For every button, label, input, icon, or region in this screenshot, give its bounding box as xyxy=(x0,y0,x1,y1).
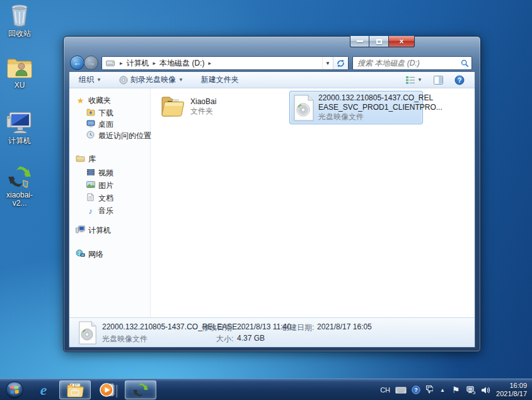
chevron-down-icon: ▼ xyxy=(417,77,422,83)
change-view-button[interactable]: ▼ xyxy=(403,74,425,86)
desktop-small-icon xyxy=(86,120,95,129)
navigation-bar: ← → ▸ 计算机 ▸ 本地磁盘 (D:) ▸ ▼ xyxy=(64,54,480,71)
internet-explorer-icon: e xyxy=(40,382,47,399)
computer-icon xyxy=(0,110,39,135)
folder-icon xyxy=(160,93,187,120)
sidebar-item-documents[interactable]: 文档 xyxy=(86,192,113,204)
sidebar-label: 计算机 xyxy=(88,225,111,236)
new-folder-button[interactable]: 新建文件夹 xyxy=(197,73,243,87)
file-name-line1: 22000.132.210805-1437.CO_REL xyxy=(318,93,442,103)
minimize-button[interactable] xyxy=(350,36,369,47)
created-date-value: 2021/8/17 16:05 xyxy=(317,322,372,331)
sidebar-label: 收藏夹 xyxy=(88,95,111,106)
search-icon xyxy=(461,59,469,68)
documents-icon xyxy=(86,193,95,203)
network-icon xyxy=(76,249,85,259)
language-bar-options-icon[interactable]: ▼ xyxy=(425,385,434,394)
volume-icon[interactable] xyxy=(480,386,490,394)
taskbar-explorer-button[interactable] xyxy=(59,380,91,399)
address-dropdown-button[interactable]: ▼ xyxy=(322,57,333,69)
sidebar-label: 库 xyxy=(88,154,96,165)
details-file-icon xyxy=(78,321,97,346)
windows-explorer-icon xyxy=(66,382,84,397)
sidebar-item-desktop[interactable]: 桌面 xyxy=(86,119,113,130)
explorer-body: ★ 收藏夹 下载 桌面 xyxy=(69,88,475,317)
computer-small-icon xyxy=(76,225,85,235)
desktop-icon-xiaobai[interactable]: xiaobai-v2... xyxy=(0,164,39,208)
taskbar-xiaobai-button[interactable] xyxy=(125,380,156,399)
system-tray: CH ? ▼ ▲ ⚑ 16:09 2021/8/17 xyxy=(380,379,531,400)
close-button[interactable]: × xyxy=(388,36,415,47)
svg-text:?: ? xyxy=(414,387,418,393)
tray-help-icon[interactable]: ? xyxy=(412,385,420,394)
file-type: 光盘映像文件 xyxy=(318,112,442,122)
address-bar[interactable]: ▸ 计算机 ▸ 本地磁盘 (D:) ▸ ▼ xyxy=(101,56,349,70)
command-toolbar: 组织 ▼ 刻录光盘映像 ▼ 新建文件夹 xyxy=(69,72,475,88)
sidebar-item-videos[interactable]: 视频 xyxy=(86,167,113,179)
search-input[interactable] xyxy=(357,59,461,68)
desktop-icon-label: 计算机 xyxy=(0,137,39,145)
sidebar-item-libraries[interactable]: 库 xyxy=(76,153,96,165)
explorer-window: × ← → ▸ 计算机 ▸ 本地磁盘 (D:) ▸ ▼ xyxy=(63,36,481,352)
network-status-icon[interactable] xyxy=(465,386,476,394)
file-tile-iso-selected[interactable]: 22000.132.210805-1437.CO_REL EASE_SVC_PR… xyxy=(289,91,423,124)
details-pane: 22000.132.210805-1437.CO_RELEASE... 光盘映像… xyxy=(69,317,475,347)
clock-time: 16:09 xyxy=(496,382,527,390)
xiaobai-app-icon xyxy=(132,382,149,398)
clock-date: 2021/8/17 xyxy=(496,390,527,398)
maximize-icon xyxy=(376,39,382,44)
sidebar-item-pictures[interactable]: 图片 xyxy=(86,180,113,191)
show-hidden-icons-button[interactable]: ▲ xyxy=(438,387,447,393)
sidebar-item-computer[interactable]: 计算机 xyxy=(76,225,111,236)
preview-pane-icon xyxy=(434,76,443,85)
start-button[interactable] xyxy=(3,380,26,399)
sidebar-item-music[interactable]: ♪ 音乐 xyxy=(86,205,113,216)
breadcrumb-computer[interactable]: 计算机 xyxy=(125,58,151,69)
sidebar-label: 桌面 xyxy=(98,119,113,130)
sidebar-item-downloads[interactable]: 下载 xyxy=(86,107,113,119)
desktop-icon-recycle-bin[interactable]: 回收站 xyxy=(0,3,39,38)
file-name: XiaoBai xyxy=(190,97,216,107)
search-box[interactable] xyxy=(352,56,472,70)
sidebar-label: 网络 xyxy=(88,249,103,260)
file-name-line2: EASE_SVC_PROD1_CLIENTPRO... xyxy=(318,103,442,112)
help-button[interactable]: ? xyxy=(452,73,467,87)
star-icon: ★ xyxy=(76,96,85,105)
taskbar-ie-button[interactable]: e xyxy=(30,380,57,399)
breadcrumb-local-disk-d[interactable]: 本地磁盘 (D:) xyxy=(158,58,205,69)
taskbar-wmp-button[interactable] xyxy=(93,380,122,399)
file-tile-xiaobai-folder[interactable]: XiaoBai 文件夹 xyxy=(156,91,282,122)
desktop-icon-label: xiaobai-v2... xyxy=(0,191,39,208)
created-date-label: 创建日期: xyxy=(282,322,314,333)
chevron-down-icon: ▼ xyxy=(325,61,330,66)
crumb-separator: ▸ xyxy=(117,60,125,66)
sidebar-item-recent-places[interactable]: 最近访问的位置 xyxy=(86,130,151,141)
back-button[interactable]: ← xyxy=(70,56,84,70)
preview-pane-button[interactable] xyxy=(431,74,446,86)
taskbar-clock[interactable]: 16:09 2021/8/17 xyxy=(495,382,531,398)
action-center-flag-icon[interactable]: ⚑ xyxy=(451,385,460,395)
burn-disc-image-button[interactable]: 刻录光盘映像 ▼ xyxy=(115,73,188,87)
client-area: 组织 ▼ 刻录光盘映像 ▼ 新建文件夹 xyxy=(69,71,475,348)
sidebar-item-network[interactable]: 网络 xyxy=(76,249,103,260)
disc-image-file-icon xyxy=(293,95,315,121)
back-icon: ← xyxy=(73,58,81,68)
desktop-icon-xu-folder[interactable]: XU xyxy=(0,54,39,90)
organize-button[interactable]: 组织 ▼ xyxy=(74,73,106,87)
refresh-button[interactable] xyxy=(333,57,348,69)
taskbar: e xyxy=(0,379,532,400)
forward-button[interactable]: → xyxy=(84,56,98,70)
maximize-button[interactable] xyxy=(369,36,388,47)
language-indicator[interactable]: CH xyxy=(380,386,390,394)
file-type: 文件夹 xyxy=(190,107,216,116)
music-icon: ♪ xyxy=(86,206,95,216)
details-file-type: 光盘映像文件 xyxy=(102,334,147,344)
sidebar-label: 下载 xyxy=(98,108,113,119)
sidebar-item-favorites[interactable]: ★ 收藏夹 xyxy=(76,95,111,106)
desktop-icon-computer[interactable]: 计算机 xyxy=(0,110,39,145)
new-folder-label: 新建文件夹 xyxy=(201,74,239,85)
xiaobai-app-icon xyxy=(0,164,39,189)
disc-icon xyxy=(119,76,128,85)
keyboard-icon[interactable] xyxy=(395,387,407,394)
organize-label: 组织 xyxy=(79,74,94,85)
